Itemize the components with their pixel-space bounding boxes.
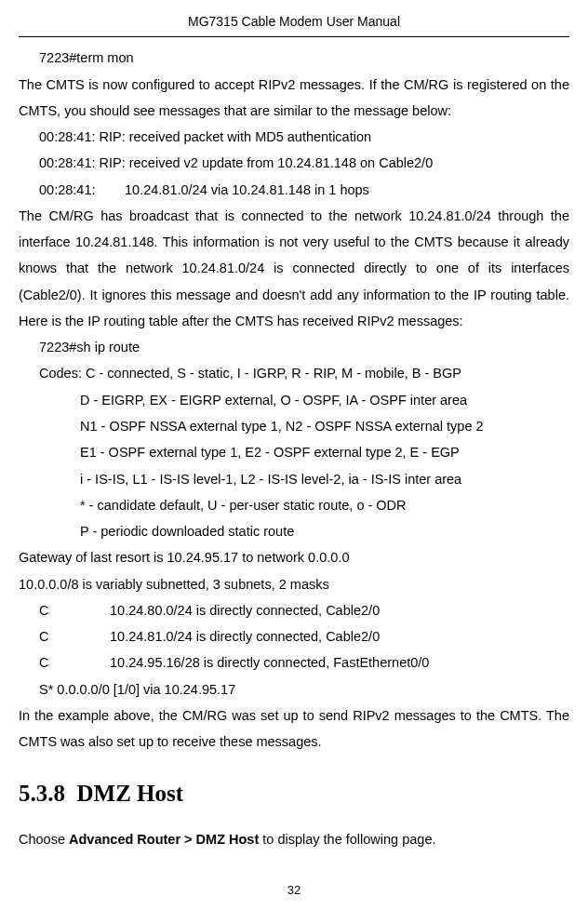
log-line-2: 00:28:41: RIP: received v2 update from 1… bbox=[19, 150, 569, 176]
codes-line: P - periodic downloaded static route bbox=[19, 518, 569, 544]
route-code: C bbox=[19, 623, 110, 649]
log-line-1: 00:28:41: RIP: received packet with MD5 … bbox=[19, 124, 569, 150]
example-paragraph: In the example above, the CM/RG was set … bbox=[19, 702, 569, 756]
broadcast-paragraph: The CM/RG has broadcast that is connecte… bbox=[19, 203, 569, 334]
codes-line: N1 - OSPF NSSA external type 1, N2 - OSP… bbox=[19, 413, 569, 439]
log-line-3-content: 10.24.81.0/24 via 10.24.81.148 in 1 hops bbox=[125, 182, 369, 197]
terminal-command: 7223#term mon bbox=[19, 45, 569, 71]
page-number: 32 bbox=[19, 878, 569, 902]
route-entry: C 10.24.81.0/24 is directly connected, C… bbox=[19, 623, 569, 649]
choose-prefix: Choose bbox=[19, 832, 69, 847]
codes-line: i - IS-IS, L1 - IS-IS level-1, L2 - IS-I… bbox=[19, 466, 569, 492]
route-entry: C 10.24.95.16/28 is directly connected, … bbox=[19, 649, 569, 676]
show-ip-route-command: 7223#sh ip route bbox=[19, 334, 569, 360]
section-heading-dmz-host: 5.3.8 DMZ Host bbox=[19, 771, 569, 817]
document-header: MG7315 Cable Modem User Manual bbox=[19, 9, 569, 37]
cmts-intro-paragraph: The CMTS is now configured to accept RIP… bbox=[19, 72, 569, 125]
section-number: 5.3.8 bbox=[19, 781, 65, 806]
section-title: DMZ Host bbox=[77, 781, 184, 806]
static-route-line: S* 0.0.0.0/0 [1/0] via 10.24.95.17 bbox=[19, 676, 569, 702]
subnet-line: 10.0.0.0/8 is variably subnetted, 3 subn… bbox=[19, 571, 569, 597]
route-detail: 10.24.80.0/24 is directly connected, Cab… bbox=[110, 597, 569, 623]
codes-header-line: Codes: C - connected, S - static, I - IG… bbox=[19, 360, 569, 386]
log-line-3-timestamp: 00:28:41: bbox=[39, 177, 125, 203]
codes-line: D - EIGRP, EX - EIGRP external, O - OSPF… bbox=[19, 387, 569, 413]
codes-line: E1 - OSPF external type 1, E2 - OSPF ext… bbox=[19, 439, 569, 465]
route-detail: 10.24.81.0/24 is directly connected, Cab… bbox=[110, 623, 569, 649]
log-line-3: 00:28:41:10.24.81.0/24 via 10.24.81.148 … bbox=[19, 177, 569, 203]
choose-suffix: to display the following page. bbox=[259, 832, 435, 847]
route-code: C bbox=[19, 649, 110, 676]
gateway-line: Gateway of last resort is 10.24.95.17 to… bbox=[19, 544, 569, 570]
codes-line: * - candidate default, U - per-user stat… bbox=[19, 492, 569, 518]
choose-instruction: Choose Advanced Router > DMZ Host to dis… bbox=[19, 826, 569, 852]
choose-menu-path: Advanced Router > DMZ Host bbox=[69, 832, 259, 847]
route-detail: 10.24.95.16/28 is directly connected, Fa… bbox=[110, 649, 569, 676]
route-code: C bbox=[19, 597, 110, 623]
route-entry: C 10.24.80.0/24 is directly connected, C… bbox=[19, 597, 569, 623]
